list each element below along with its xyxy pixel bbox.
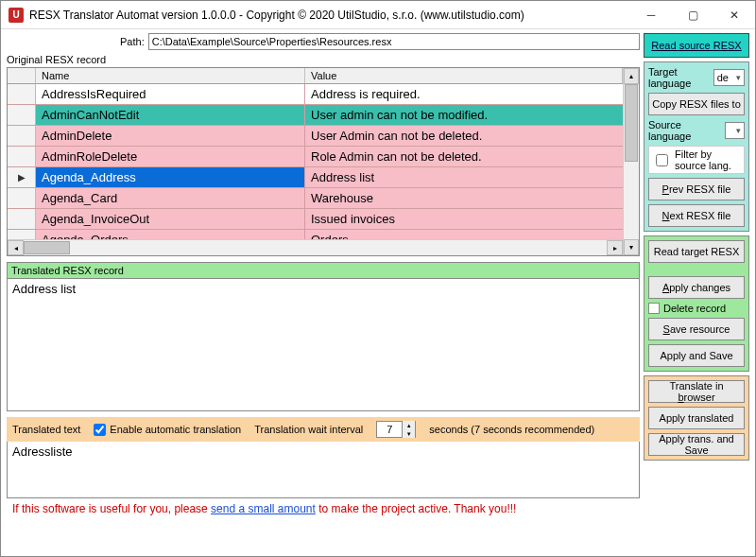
next-file-button[interactable]: Next RESX file xyxy=(648,204,745,227)
translate-browser-button[interactable]: Translate in browser xyxy=(648,380,745,403)
interval-spinner[interactable]: 7 ▲▼ xyxy=(376,421,416,438)
titlebar: U RESX Translator Automat version 1.0.0.… xyxy=(1,1,755,29)
spin-down-icon[interactable]: ▼ xyxy=(402,429,415,438)
table-row[interactable]: AdminDeleteUser Admin can not be deleted… xyxy=(8,126,623,147)
row-indicator xyxy=(8,126,36,146)
row-indicator xyxy=(8,230,36,239)
read-target-button[interactable]: Read target RESX xyxy=(648,240,745,263)
translated-text-label: Translated text xyxy=(12,424,80,435)
interval-hint: seconds (7 seconds recommended) xyxy=(429,424,594,435)
copy-files-button[interactable]: Copy RESX files to xyxy=(648,93,745,115)
prev-file-button[interactable]: Prev RESX file xyxy=(648,178,745,200)
table-row[interactable]: ▶Agenda_AddressAddress list xyxy=(8,167,623,188)
orange-panel: Translate in browser Apply translated Ap… xyxy=(644,375,749,461)
maximize-button[interactable]: ▢ xyxy=(672,2,713,28)
target-lang-select[interactable]: de xyxy=(713,69,745,86)
apply-trans-save-button[interactable]: Apply trans. and Save xyxy=(648,433,745,456)
cell-name[interactable]: AddressIsRequired xyxy=(36,84,305,104)
original-section-label: Original RESX record xyxy=(7,54,640,65)
row-indicator xyxy=(8,147,36,166)
table-row[interactable]: AdminRoleDeleteRole Admin can not be del… xyxy=(8,147,623,167)
filter-source-lang-checkbox[interactable] xyxy=(656,154,668,166)
teal-panel: Target language de Copy RESX files to So… xyxy=(644,61,749,232)
cell-name[interactable]: Agenda_Card xyxy=(36,188,305,208)
path-input[interactable] xyxy=(148,33,640,50)
translate-options-bar: Translated text Enable automatic transla… xyxy=(7,417,640,442)
cell-name[interactable]: AdminRoleDelete xyxy=(36,147,305,166)
close-button[interactable]: ✕ xyxy=(713,2,755,28)
scroll-down-icon[interactable]: ▾ xyxy=(624,239,639,255)
scroll-right-icon[interactable]: ▸ xyxy=(607,240,623,255)
row-indicator xyxy=(8,188,36,208)
table-row[interactable]: Agenda_InvoiceOutIssued invoices xyxy=(8,209,623,230)
scroll-left-icon[interactable]: ◂ xyxy=(8,240,24,255)
minimize-button[interactable]: ─ xyxy=(630,2,672,28)
translated-record-label: Translated RESX record xyxy=(7,262,640,279)
col-name[interactable]: Name xyxy=(36,68,305,83)
cell-name[interactable]: Agenda_InvoiceOut xyxy=(36,209,305,229)
path-label: Path: xyxy=(7,36,145,47)
save-resource-button[interactable]: Save resource xyxy=(648,318,745,340)
table-row[interactable]: Agenda_OrdersOrders xyxy=(8,230,623,239)
scroll-v-thumb[interactable] xyxy=(625,84,638,162)
grid-scroll-vertical[interactable]: ▴ ▾ xyxy=(623,68,639,255)
delete-record-checkbox[interactable] xyxy=(648,303,660,314)
table-row[interactable]: Agenda_CardWarehouse xyxy=(8,188,623,209)
cell-value[interactable]: Address list xyxy=(305,167,623,187)
col-value[interactable]: Value xyxy=(305,68,623,83)
original-grid[interactable]: Name Value AddressIsRequiredAddress is r… xyxy=(7,67,640,256)
donate-link[interactable]: send a small amount xyxy=(211,502,316,515)
row-indicator xyxy=(8,105,36,125)
cell-value[interactable]: Issued invoices xyxy=(305,209,623,229)
scroll-h-thumb[interactable] xyxy=(24,241,70,254)
apply-and-save-button[interactable]: Apply and Save xyxy=(648,344,745,367)
interval-label: Translation wait interval xyxy=(254,424,363,435)
app-icon: U xyxy=(9,8,24,23)
spin-up-icon[interactable]: ▲ xyxy=(402,421,415,429)
translated-record-textarea[interactable]: Address list xyxy=(7,279,640,411)
grid-header: Name Value xyxy=(8,68,623,84)
target-lang-label: Target language xyxy=(648,66,711,89)
source-lang-label: Source language xyxy=(648,119,722,142)
scroll-up-icon[interactable]: ▴ xyxy=(624,68,639,84)
cell-value[interactable]: User admin can not be modified. xyxy=(305,105,623,125)
window-title: RESX Translator Automat version 1.0.0.0 … xyxy=(29,9,630,22)
cell-value[interactable]: Warehouse xyxy=(305,188,623,208)
cell-name[interactable]: AdminDelete xyxy=(36,126,305,146)
source-lang-select[interactable] xyxy=(725,122,745,139)
cell-value[interactable]: Orders xyxy=(305,230,623,239)
row-indicator xyxy=(8,209,36,229)
enable-auto-translate-checkbox[interactable] xyxy=(94,424,106,436)
enable-auto-translate-label[interactable]: Enable automatic translation xyxy=(110,424,241,435)
row-indicator xyxy=(8,84,36,104)
cell-name[interactable]: AdminCanNotEdit xyxy=(36,105,305,125)
footer-message: If this software is useful for you, plea… xyxy=(7,498,640,519)
green-panel: Read target RESX Apply changes Delete re… xyxy=(644,235,749,372)
cell-name[interactable]: Agenda_Address xyxy=(36,167,305,187)
table-row[interactable]: AddressIsRequiredAddress is required. xyxy=(8,84,623,105)
apply-changes-button[interactable]: Apply changes xyxy=(648,276,745,299)
filter-source-lang-label[interactable]: Filter by source lang. xyxy=(675,148,741,171)
row-indicator: ▶ xyxy=(8,167,36,187)
cell-value[interactable]: Address is required. xyxy=(305,84,623,104)
read-source-button[interactable]: Read source RESX xyxy=(644,33,749,58)
delete-record-label: Delete record xyxy=(663,303,726,314)
table-row[interactable]: AdminCanNotEditUser admin can not be mod… xyxy=(8,105,623,126)
translated-text-textarea[interactable]: Adressliste xyxy=(7,442,640,498)
cell-value[interactable]: User Admin can not be deleted. xyxy=(305,126,623,146)
cell-name[interactable]: Agenda_Orders xyxy=(36,230,305,239)
cell-value[interactable]: Role Admin can not be deleted. xyxy=(305,147,623,166)
apply-translated-button[interactable]: Apply translated xyxy=(648,407,745,429)
grid-scroll-horizontal[interactable]: ◂ ▸ xyxy=(8,239,623,255)
